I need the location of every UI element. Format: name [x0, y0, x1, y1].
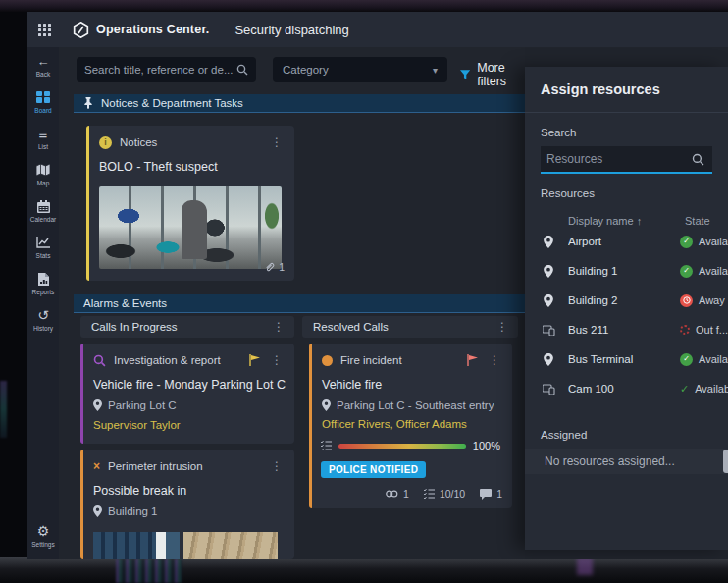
comment-count: 1 — [496, 488, 502, 500]
sidebar-item-history[interactable]: ↺ History — [27, 301, 59, 338]
alarms-section-header[interactable]: Alarms & Events — [74, 294, 525, 313]
available-check-icon: ✓ — [680, 384, 689, 395]
panel-scrollbar-thumb[interactable] — [723, 450, 728, 473]
available-status-icon: ✓ — [680, 265, 693, 278]
card-assignee: Supervisor Taylor — [80, 411, 294, 431]
sidebar-item-stats[interactable]: Stats — [27, 229, 59, 265]
sidebar-nav: ← Back Board ≡ List Map Calen — [27, 47, 59, 559]
evidence-photo[interactable] — [93, 532, 180, 559]
card-accent-edge — [86, 126, 89, 281]
kebab-menu-icon[interactable]: ⋮ — [494, 320, 510, 334]
device-icon — [541, 384, 556, 395]
resources-search-box[interactable] — [541, 146, 712, 174]
card-title: BOLO - Theft suspect — [86, 149, 294, 174]
sidebar-item-settings[interactable]: ⚙ Settings — [27, 517, 59, 554]
investigation-icon — [93, 354, 106, 367]
category-dropdown[interactable]: Category ▾ — [273, 57, 447, 82]
card-title: Vehicle fire - Monday Parking Lot C — [80, 367, 294, 392]
resources-search-input[interactable] — [546, 152, 692, 166]
kebab-menu-icon[interactable]: ⋮ — [269, 353, 285, 367]
column-header-in-progress[interactable]: Calls In Progress ⋮ — [80, 316, 294, 338]
resource-row-bus-terminal[interactable]: Bus Terminal ✓Available — [525, 344, 728, 374]
resources-section-label: Resources — [525, 174, 728, 199]
card-title: Vehicle fire — [309, 367, 512, 392]
card-accent-edge — [80, 450, 83, 559]
app-logo[interactable]: Operations Center. — [73, 22, 209, 38]
evidence-photos[interactable] — [93, 532, 282, 559]
flag-icon[interactable] — [249, 354, 261, 366]
ambient-glow-bottom — [0, 557, 728, 583]
flag-icon[interactable] — [467, 354, 479, 366]
state-column-header: State — [685, 215, 728, 227]
call-card-perimeter[interactable]: × Perimeter intrusion ⋮ Possible break i… — [80, 450, 294, 559]
card-type-label: Perimeter intrusion — [108, 460, 261, 472]
card-location: Parking Lot C - Southeast entry — [337, 399, 494, 411]
chevron-down-icon: ▾ — [433, 65, 438, 76]
call-card-fire-incident[interactable]: Fire incident ⋮ Vehicle fire Parking Lot… — [309, 344, 512, 508]
sort-asc-icon: ↑ — [637, 215, 643, 227]
location-pin-icon — [541, 236, 556, 248]
resource-row-building-1[interactable]: Building 1 ✓Available — [525, 256, 728, 286]
resource-row-bus-211[interactable]: Bus 211 Out f... — [525, 315, 728, 344]
sidebar-item-back[interactable]: ← Back — [27, 47, 59, 83]
evidence-photo[interactable] — [183, 532, 278, 559]
screen: Operations Center. Security dispatching … — [0, 0, 728, 583]
resources-table-header: Display name ↑ State — [525, 199, 728, 227]
search-icon — [692, 153, 704, 166]
checklist-icon — [321, 441, 332, 450]
calendar-icon — [37, 199, 50, 213]
more-filters-button[interactable]: More filters — [460, 61, 525, 88]
location-pin-icon — [93, 399, 102, 411]
card-type-label: Notices — [120, 136, 261, 148]
progress-bar — [338, 444, 466, 449]
top-bar: Operations Center. Security dispatching — [27, 12, 728, 47]
sidebar-item-list[interactable]: ≡ List — [27, 120, 59, 156]
logo-text: Operations Center. — [96, 23, 209, 36]
card-title: Possible break in — [80, 473, 294, 498]
list-icon: ≡ — [39, 127, 48, 140]
suspect-photo[interactable] — [99, 186, 282, 269]
search-box[interactable] — [77, 57, 256, 82]
kebab-menu-icon[interactable]: ⋮ — [271, 320, 286, 334]
location-pin-icon — [93, 505, 102, 517]
pin-icon — [83, 97, 93, 109]
sidebar-item-calendar[interactable]: Calendar — [27, 192, 59, 229]
kebab-menu-icon[interactable]: ⋮ — [487, 353, 502, 367]
card-meta-row: 1 10/10 1 — [386, 488, 502, 500]
history-icon: ↺ — [37, 308, 49, 322]
map-icon — [36, 163, 50, 177]
attachment-count: 1 — [279, 261, 285, 273]
app-launcher-icon[interactable] — [38, 24, 51, 36]
card-location: Parking Lot C — [108, 399, 177, 411]
resource-row-cam-100[interactable]: Cam 100 ✓Available — [525, 374, 728, 403]
sidebar-item-reports[interactable]: Reports — [27, 265, 59, 301]
resource-row-airport[interactable]: Airport ✓Available — [525, 227, 728, 256]
back-arrow-icon: ← — [37, 54, 50, 68]
search-input[interactable] — [84, 64, 236, 76]
sort-by-name[interactable]: Display name ↑ — [568, 215, 642, 227]
call-card-investigation[interactable]: Investigation & report ⋮ Vehicle fire - … — [80, 344, 294, 444]
card-type-label: Fire incident — [340, 354, 459, 366]
pinned-section-header[interactable]: Notices & Department Tasks — [74, 94, 525, 113]
notice-card[interactable]: i Notices ⋮ BOLO - Theft suspect 1 — [86, 126, 294, 281]
sidebar-item-map[interactable]: Map — [27, 156, 59, 192]
sidebar-item-board[interactable]: Board — [27, 83, 59, 120]
app-window: Operations Center. Security dispatching … — [27, 12, 728, 559]
available-status-icon: ✓ — [680, 353, 693, 366]
fire-incident-icon — [322, 355, 333, 366]
ambient-glow-top — [0, 0, 728, 12]
device-icon — [541, 325, 556, 336]
kebab-menu-icon[interactable]: ⋮ — [269, 459, 285, 473]
away-status-icon — [680, 294, 693, 307]
resource-row-building-2[interactable]: Building 2 Away — [525, 286, 728, 315]
reports-icon — [38, 272, 49, 286]
filter-funnel-icon — [460, 69, 470, 80]
kebab-menu-icon[interactable]: ⋮ — [269, 135, 285, 149]
card-accent-edge — [80, 344, 83, 444]
filter-row: Category ▾ More filters — [59, 57, 525, 84]
attachment-icon — [264, 262, 275, 273]
card-accent-edge — [309, 344, 312, 508]
checklist-progress: 100% — [309, 430, 512, 451]
comment-icon — [480, 489, 492, 500]
column-header-resolved[interactable]: Resolved Calls ⋮ — [302, 316, 518, 338]
